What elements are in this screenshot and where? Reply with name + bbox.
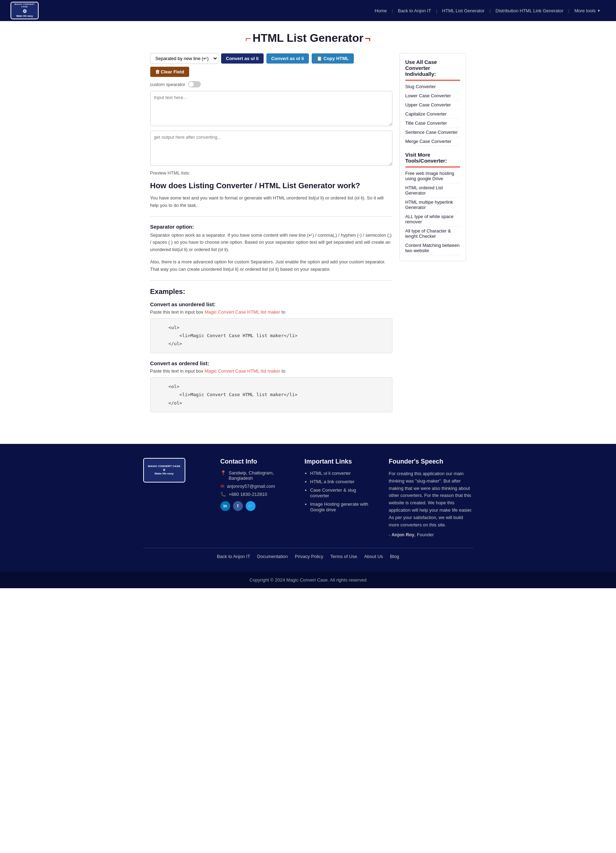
sidebar-lower[interactable]: Lower Case Converter: [406, 91, 460, 100]
nav-html-list[interactable]: HTML List Generator: [437, 8, 490, 13]
output-textarea[interactable]: [150, 131, 392, 166]
copy-html-button[interactable]: 📋 Copy HTML: [312, 53, 354, 64]
footer-speech-col: Founder's Speech For creating this appli…: [389, 458, 473, 537]
custom-sep-toggle[interactable]: [188, 81, 201, 87]
convert-ol-button[interactable]: Convert as ol li: [266, 53, 309, 64]
ordered-subtitle: Convert as ordered list:: [150, 360, 392, 366]
preview-label: Preview HTML lists:: [150, 170, 392, 176]
links-title: Important Links: [305, 458, 375, 465]
footer-link-ul[interactable]: HTML ul li converter: [310, 471, 351, 476]
ordered-link[interactable]: Magic Convert Case HTML list maker: [204, 368, 280, 373]
toggle-slider: [188, 81, 201, 87]
contact-phone: +880 1830-212810: [229, 492, 268, 497]
sidebar-content-match[interactable]: Content Matching between two website: [406, 241, 460, 255]
logo-title: MAGIC CONVERT CASE: [11, 3, 38, 8]
contact-title: Contact Info: [220, 458, 291, 465]
footer-bottom-blog[interactable]: Blog: [390, 554, 399, 559]
sidebar-image-hosting[interactable]: Free web Image hosting using google Driv…: [406, 169, 460, 183]
speech-text: For creating this application our main t…: [389, 470, 473, 528]
linkedin-icon[interactable]: in: [220, 501, 230, 511]
speech-author: - Anjon Roy, Founder: [389, 532, 473, 537]
footer-logo-box: MAGIC CONVERT CASE ⚙ Make life easy: [143, 458, 185, 483]
nav-links: Home | Back to Anjon IT | HTML List Gene…: [369, 8, 605, 13]
nav-logo: MAGIC CONVERT CASE ⚙ Make life easy: [11, 2, 39, 19]
contact-address: Sandwip, Chattogram, Bangladesh: [229, 470, 291, 481]
sidebar-box: Use All Case Converter Individually: Slu…: [400, 53, 466, 261]
sidebar: Use All Case Converter Individually: Slu…: [400, 53, 466, 261]
footer-bottom-about[interactable]: About Us: [364, 554, 383, 559]
footer-bottom-anjon[interactable]: Back to Anjon IT: [217, 554, 250, 559]
sidebar-char-length[interactable]: All type of Character & lenght Checker: [406, 226, 460, 241]
footer-gear-icon: ⚙: [163, 469, 165, 472]
unordered-prefix: Paste this text in input box: [150, 310, 204, 315]
contact-phone-item: 📞 +880 1830-212810: [220, 492, 291, 497]
more-tools-label: More tools: [574, 8, 596, 13]
footer-social: in f 🐦: [220, 501, 291, 511]
separator-desc: Separator option work as a separator. If…: [150, 232, 392, 253]
nav-distribution[interactable]: Distribution HTML Link Generator: [491, 8, 568, 13]
unordered-code-block: <ul> <li>Magic Convert Case HTML list ma…: [150, 318, 392, 353]
logo-sub: Make life easy: [16, 15, 33, 18]
unordered-link[interactable]: Magic Convert Case HTML list maker: [204, 310, 280, 315]
sidebar-capitalize[interactable]: Capitalize Converter: [406, 109, 460, 119]
twitter-icon[interactable]: 🐦: [246, 501, 256, 511]
footer-logo-col: MAGIC CONVERT CASE ⚙ Make life easy: [143, 458, 206, 483]
content-main: Separated by new line (↵) Convert as ul …: [150, 53, 392, 419]
sidebar-sentence[interactable]: Sentence Case Converter: [406, 128, 460, 137]
sidebar-merge[interactable]: Merge Case Converter: [406, 137, 460, 146]
footer-logo-title: MAGIC CONVERT CASE: [148, 464, 180, 468]
sidebar-slug[interactable]: Slug Converter: [406, 82, 460, 91]
unordered-code: <ul> <li>Magic Convert Case HTML list ma…: [157, 323, 385, 348]
footer-link-case[interactable]: Case Converter & slug converter: [310, 487, 356, 498]
footer-bottom-terms[interactable]: Terms of Use: [330, 554, 357, 559]
custom-sep-row: custom spearator: [150, 81, 392, 87]
ordered-prefix: Paste this text in input box: [150, 368, 204, 373]
unordered-suffix: to: [282, 310, 285, 315]
footer-link-image[interactable]: Image Hosting generate with Google drive: [310, 501, 368, 512]
unordered-subtitle: Convert as unordered list:: [150, 301, 392, 307]
sidebar-hyperlink[interactable]: HTML multipe hyperlink Generator: [406, 198, 460, 212]
footer: MAGIC CONVERT CASE ⚙ Make life easy Cont…: [0, 444, 616, 572]
footer-bottom-links: Back to Anjon IT Documentation Privacy P…: [143, 548, 473, 559]
sidebar-upper[interactable]: Upper Case Converter: [406, 100, 460, 109]
facebook-icon[interactable]: f: [233, 501, 243, 511]
sidebar-title[interactable]: Title Case Converter: [406, 119, 460, 128]
footer-bottom-docs[interactable]: Documentation: [257, 554, 288, 559]
speech-title: Founder's Speech: [389, 458, 473, 465]
copyright-text: Copyright © 2024 Magic Convert Case. All…: [250, 577, 366, 583]
footer-link-3: Image Hosting generate with Google drive: [310, 501, 375, 512]
phone-icon: 📞: [220, 492, 226, 497]
main-section-title: How does Listing Converter / HTML List G…: [150, 181, 392, 190]
clear-field-button[interactable]: 🗑 Clear Field: [150, 67, 189, 77]
footer-links-list: HTML ul li converter HTML a link convert…: [305, 470, 375, 512]
examples-title: Examples:: [150, 288, 392, 296]
ordered-code-block: <ol> <li>Magic Convert Case HTML list ma…: [150, 377, 392, 412]
more-tools-button[interactable]: More tools ▼: [569, 8, 605, 13]
convert-ul-button[interactable]: Convert as ul li: [221, 53, 263, 64]
nav-home[interactable]: Home: [369, 8, 392, 13]
content-grid: Separated by new line (↵) Convert as ul …: [150, 53, 466, 419]
footer-link-1: HTML a link converter: [310, 479, 375, 484]
separator-subtitle: Separator option:: [150, 224, 392, 230]
footer-link-0: HTML ul li converter: [310, 470, 375, 476]
footer-bottom-privacy[interactable]: Privacy Policy: [295, 554, 323, 559]
input-textarea[interactable]: [150, 91, 392, 126]
chevron-down-icon: ▼: [597, 9, 601, 13]
intro-text: You have some text and you want to forma…: [150, 194, 392, 209]
unordered-desc: Paste this text in input box Magic Conve…: [150, 310, 392, 315]
separator-select[interactable]: Separated by new line (↵): [150, 53, 218, 64]
contact-email: anjonroy57@gmail.com: [227, 484, 275, 489]
location-icon: 📍: [220, 470, 226, 475]
nav-anjon-it[interactable]: Back to Anjon IT: [393, 8, 436, 13]
divider-2: [150, 280, 392, 281]
footer-link-2: Case Converter & slug converter: [310, 487, 375, 498]
separator-desc2: Also, there is a more advanced option fo…: [150, 258, 392, 273]
logo-box: MAGIC CONVERT CASE ⚙ Make life easy: [11, 2, 39, 19]
page-title: HTML List Generator: [245, 32, 371, 45]
sidebar-ol-generator[interactable]: HTML ordered List Generator: [406, 183, 460, 198]
main-wrapper: HTML List Generator Separated by new lin…: [143, 21, 473, 430]
sidebar-more-title: Visit More Tools/Converter:: [406, 152, 460, 167]
sidebar-whitespace[interactable]: ALL type of white space remover: [406, 212, 460, 226]
navbar: MAGIC CONVERT CASE ⚙ Make life easy Home…: [0, 0, 616, 21]
footer-link-a[interactable]: HTML a link converter: [310, 479, 355, 484]
